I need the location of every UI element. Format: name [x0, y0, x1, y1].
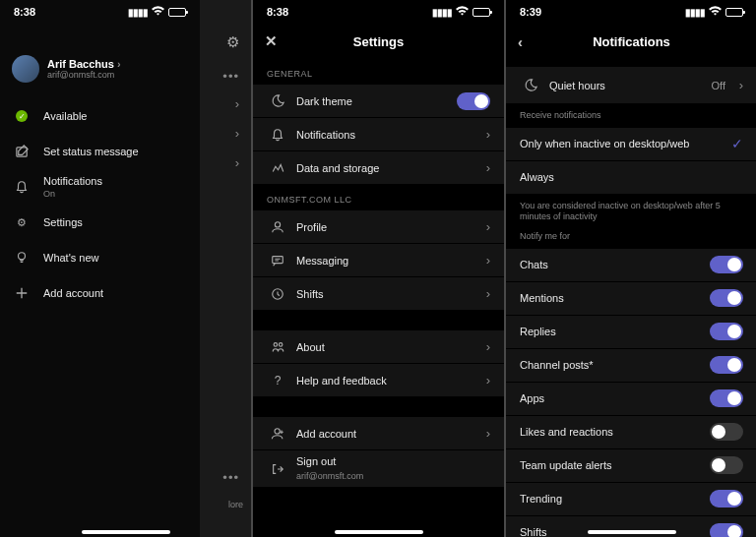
toggle[interactable]	[710, 356, 743, 374]
avatar	[12, 55, 39, 83]
toggle[interactable]	[710, 256, 743, 273]
toggle-dark-theme[interactable]	[457, 92, 490, 110]
more-dots-icon[interactable]: •••	[222, 69, 239, 84]
option-always[interactable]: Always	[506, 161, 756, 195]
row-label: Help and feedback	[288, 375, 478, 387]
gear-icon: ⚙	[14, 214, 30, 230]
chevron-right-icon: ›	[478, 373, 490, 388]
toggle[interactable]	[710, 490, 743, 507]
sidebar-item-notifications[interactable]: Notifications On	[0, 169, 200, 205]
phone-notifications-screen: 8:39 ▮▮▮▮ ‹ Notifications Quiet hours Of…	[506, 0, 756, 537]
chevron-right-icon: ›	[478, 339, 490, 354]
help-text: You are considered inactive on desktop/w…	[506, 195, 756, 229]
bell-icon	[267, 128, 288, 142]
settings-row-notifications[interactable]: Notifications ›	[253, 118, 504, 151]
more-dots-icon[interactable]: •••	[222, 470, 239, 485]
sidebar-item-status[interactable]: ✓ Available	[0, 98, 200, 134]
sidebar-item-settings[interactable]: ⚙ Settings	[0, 205, 200, 240]
sidebar-item-label: Add account	[43, 287, 103, 299]
settings-row-profile[interactable]: Profile ›	[253, 210, 504, 244]
home-indicator[interactable]	[588, 530, 676, 534]
toggle-row-chats[interactable]: Chats	[506, 249, 756, 282]
signal-icon: ▮▮▮▮	[128, 7, 148, 18]
settings-row-dark-theme[interactable]: Dark theme	[253, 85, 504, 118]
toggle-row-apps[interactable]: Apps	[506, 383, 756, 416]
toggle-row-replies[interactable]: Replies	[506, 316, 756, 349]
sidebar-item-label: What's new	[43, 252, 99, 264]
toggle-row-likes-and-reactions[interactable]: Likes and reactions	[506, 416, 756, 449]
row-quiet-hours[interactable]: Quiet hours Off ›	[506, 67, 756, 104]
svg-point-6	[279, 342, 283, 346]
svg-point-2	[275, 221, 280, 226]
profile-header[interactable]: Arif Bacchus › arif@onmsft.com	[0, 24, 200, 98]
option-label: Always	[520, 171, 743, 183]
chevron-right-icon: ›	[478, 253, 490, 268]
toggle-row-team-update-alerts[interactable]: Team update alerts	[506, 449, 756, 483]
settings-row-about[interactable]: About ›	[253, 330, 504, 364]
status-bar: 8:38 ▮▮▮▮	[253, 0, 504, 24]
back-button[interactable]: ‹	[518, 33, 523, 50]
toggle[interactable]	[710, 389, 743, 407]
svg-point-1	[19, 253, 26, 260]
row-label: Replies	[520, 326, 710, 337]
chevron-right-icon: ›	[235, 126, 239, 141]
chevron-right-icon: ›	[478, 127, 490, 142]
sidebar-item-status-message[interactable]: Set status message	[0, 134, 200, 169]
toggle-row-channel-posts-[interactable]: Channel posts*	[506, 349, 756, 383]
sidebar-item-add-account[interactable]: Add account	[0, 275, 200, 311]
home-indicator[interactable]	[335, 530, 423, 534]
row-label: Dark theme	[288, 95, 457, 107]
gear-icon[interactable]: ⚙	[226, 33, 239, 51]
titlebar: ✕ Settings	[253, 24, 504, 59]
row-label: Shifts	[288, 288, 478, 300]
chevron-right-icon: ›	[731, 78, 743, 92]
settings-row-data-storage[interactable]: Data and storage ›	[253, 151, 504, 185]
close-button[interactable]: ✕	[265, 32, 278, 50]
sidebar-item-label: Set status message	[43, 146, 139, 157]
wifi-icon	[152, 6, 164, 18]
option-inactive-only[interactable]: Only when inactive on desktop/web ✓	[506, 128, 756, 161]
add-person-icon	[267, 427, 288, 441]
toggle[interactable]	[710, 523, 743, 537]
settings-row-shifts[interactable]: Shifts ›	[253, 277, 504, 311]
svg-point-5	[274, 342, 278, 346]
toggle-row-trending[interactable]: Trending	[506, 483, 756, 516]
toggle[interactable]	[710, 323, 743, 340]
toggle[interactable]	[710, 289, 743, 307]
row-label: About	[288, 341, 478, 353]
wifi-icon	[456, 6, 469, 18]
chevron-right-icon: ›	[235, 96, 239, 111]
row-label: Notifications	[288, 129, 478, 141]
sidebar-item-label: Available	[43, 110, 87, 122]
more-label: lore	[228, 500, 243, 509]
toggle[interactable]	[710, 456, 743, 474]
battery-icon	[472, 8, 490, 17]
settings-row-add-account[interactable]: Add account ›	[253, 417, 504, 450]
titlebar: ‹ Notifications	[506, 24, 756, 59]
toggle-row-mentions[interactable]: Mentions	[506, 282, 756, 316]
chevron-right-icon: ›	[478, 219, 490, 234]
toggle[interactable]	[710, 423, 743, 441]
settings-row-sign-out[interactable]: Sign out arif@onmsft.com	[253, 450, 504, 488]
profile-name: Arif Bacchus	[47, 58, 114, 70]
row-label: Apps	[520, 392, 710, 404]
battery-icon	[168, 8, 186, 17]
svg-point-7	[275, 428, 280, 433]
teams-icon	[267, 340, 288, 354]
row-label: Team update alerts	[520, 459, 710, 471]
row-label: Add account	[288, 428, 478, 440]
row-label: Likes and reactions	[520, 426, 710, 438]
phone-sidebar-screen: ⚙ ••• › › › ••• lore 8:38 ▮▮▮▮ Arif Bacc…	[0, 0, 251, 537]
row-label: Data and storage	[288, 162, 478, 174]
chevron-right-icon: ›	[478, 426, 490, 441]
settings-row-help[interactable]: ? Help and feedback ›	[253, 364, 504, 397]
row-label: Quiet hours	[541, 80, 712, 91]
clock: 8:39	[520, 6, 541, 18]
row-label: Mentions	[520, 292, 710, 304]
home-indicator[interactable]	[82, 530, 170, 534]
edit-icon	[14, 144, 30, 159]
sidebar-item-whatsnew[interactable]: What's new	[0, 240, 200, 275]
status-bar: 8:39 ▮▮▮▮	[506, 0, 756, 24]
settings-row-messaging[interactable]: Messaging ›	[253, 244, 504, 277]
clock: 8:38	[14, 6, 35, 18]
